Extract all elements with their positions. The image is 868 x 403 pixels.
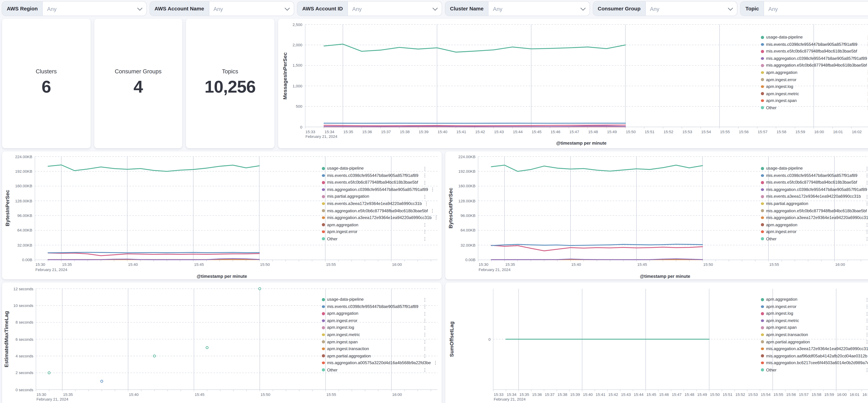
kebab-menu-icon[interactable]: ⋮ <box>433 361 438 365</box>
legend-item[interactable]: mis.aggregation.c0398cfe955447b8ae905a85… <box>761 186 868 193</box>
legend-item[interactable]: mis.events.a3eea172e9364e1ea94220a6990cc… <box>322 200 427 207</box>
legend-item[interactable]: apm.aggregation⋮ <box>761 221 868 228</box>
legend-item[interactable]: mis.aggregation.a3eea172e9364e1ea94220a6… <box>761 214 868 221</box>
filter-aws-account-name[interactable]: AWS Account Name Any <box>150 2 294 15</box>
legend-item[interactable]: mis.aggregation.aaf96ddf05ab4142afb20cd0… <box>761 352 868 360</box>
kebab-menu-icon[interactable]: ⋮ <box>866 92 868 96</box>
kebab-menu-icon[interactable]: ⋮ <box>866 106 868 110</box>
legend-item[interactable]: mis.events.c0398cfe955447b8ae905a857f91a… <box>322 172 427 179</box>
kebab-menu-icon[interactable]: ⋮ <box>866 35 868 40</box>
legend-item[interactable]: apm.ingest.span⋮ <box>761 324 868 331</box>
filter-cluster-name[interactable]: Cluster Name Any <box>445 2 589 15</box>
kebab-menu-icon[interactable]: ⋮ <box>865 230 868 234</box>
kebab-menu-icon[interactable]: ⋮ <box>423 166 427 171</box>
legend-item[interactable]: mis.events.e5fc0b6c877948fba94bc618b3bae… <box>322 179 427 186</box>
legend-item[interactable]: mis.partial.aggregation⋮ <box>322 193 427 200</box>
legend-item[interactable]: apm.partial.aggregation⋮ <box>322 352 427 360</box>
legend-item[interactable]: Other⋮ <box>761 366 868 373</box>
legend-item[interactable]: mis.events.c0398cfe955447b8ae905a857f91a… <box>761 172 868 179</box>
legend-item[interactable]: Other⋮ <box>761 104 868 111</box>
kebab-menu-icon[interactable]: ⋮ <box>865 166 868 171</box>
kebab-menu-icon[interactable]: ⋮ <box>423 297 427 302</box>
legend-item[interactable]: Other⋮ <box>322 235 427 242</box>
kebab-menu-icon[interactable]: ⋮ <box>434 215 438 220</box>
kebab-menu-icon[interactable]: ⋮ <box>865 297 868 302</box>
legend-item[interactable]: apm.ingest.metric⋮ <box>761 317 868 324</box>
legend-item[interactable]: apm.aggregation⋮ <box>322 221 427 228</box>
legend-item[interactable]: mis.aggregation.e5fc0b6c877948fba94bc618… <box>761 207 868 214</box>
legend-item[interactable]: mis.events.e5fc0b6c877948fba94bc618b3bae… <box>761 179 868 186</box>
kebab-menu-icon[interactable]: ⋮ <box>865 180 868 185</box>
legend-item[interactable]: mis.aggregation.c0398cfe955447b8ae905a85… <box>322 186 427 193</box>
legend-item[interactable]: mis.aggregation.a3eea172e9364e1ea94220a6… <box>322 214 427 221</box>
kebab-menu-icon[interactable]: ⋮ <box>423 368 427 372</box>
legend-item[interactable]: apm.ingest.span⋮ <box>322 338 427 345</box>
legend-item[interactable]: apm.aggregation⋮ <box>761 296 868 303</box>
kebab-menu-icon[interactable]: ⋮ <box>866 70 868 75</box>
legend-item[interactable]: mis.events.a3eea172e9364e1ea94220a6990cc… <box>761 193 868 200</box>
kebab-menu-icon[interactable]: ⋮ <box>424 201 429 206</box>
kebab-menu-icon[interactable]: ⋮ <box>865 333 868 337</box>
kebab-menu-icon[interactable]: ⋮ <box>423 326 427 330</box>
legend-item[interactable]: mis.events.e5fc0b6c877948fba94bc618b3bae… <box>761 48 868 55</box>
kebab-menu-icon[interactable]: ⋮ <box>423 318 427 323</box>
kebab-menu-icon[interactable]: ⋮ <box>866 85 868 89</box>
kebab-menu-icon[interactable]: ⋮ <box>865 311 868 316</box>
kebab-menu-icon[interactable]: ⋮ <box>866 99 868 103</box>
legend-item[interactable]: apm.ingest.log⋮ <box>322 324 427 331</box>
kebab-menu-icon[interactable]: ⋮ <box>423 173 427 178</box>
legend-item[interactable]: apm.ingest.error⋮ <box>761 76 868 83</box>
kebab-menu-icon[interactable]: ⋮ <box>866 77 868 82</box>
kebab-menu-icon[interactable]: ⋮ <box>865 318 868 323</box>
legend-item[interactable]: apm.ingest.metric⋮ <box>761 90 868 97</box>
legend-item[interactable]: usage-data-pipeline⋮ <box>761 34 868 41</box>
kebab-menu-icon[interactable]: ⋮ <box>865 173 868 178</box>
legend-item[interactable]: apm.ingest.transaction⋮ <box>322 345 427 352</box>
kebab-menu-icon[interactable]: ⋮ <box>423 333 427 337</box>
legend-item[interactable]: mis.aggregation.bc6217cee6f44503a6014e0b… <box>761 360 868 367</box>
legend-item[interactable]: apm.ingest.log⋮ <box>761 310 868 317</box>
legend-item[interactable]: mis.events.c0398cfe955447b8ae905a857f91a… <box>761 41 868 48</box>
legend-item[interactable]: apm.ingest.metric⋮ <box>322 331 427 338</box>
kebab-menu-icon[interactable]: ⋮ <box>865 201 868 206</box>
legend-item[interactable]: usage-data-pipeline⋮ <box>322 165 427 172</box>
kebab-menu-icon[interactable]: ⋮ <box>423 304 427 309</box>
legend-item[interactable]: apm.ingest.transaction⋮ <box>761 331 868 338</box>
kebab-menu-icon[interactable]: ⋮ <box>865 339 868 344</box>
legend-item[interactable]: mis.aggregation.e5fc0b6c877948fba94bc618… <box>322 207 427 214</box>
kebab-menu-icon[interactable]: ⋮ <box>423 223 427 227</box>
kebab-menu-icon[interactable]: ⋮ <box>423 230 427 234</box>
kebab-menu-icon[interactable]: ⋮ <box>423 237 427 241</box>
filter-topic[interactable]: Topic Any <box>741 2 868 15</box>
legend-item[interactable]: usage-data-pipeline⋮ <box>761 165 868 172</box>
kebab-menu-icon[interactable]: ⋮ <box>423 339 427 344</box>
filter-consumer-group[interactable]: Consumer Group Any <box>593 2 737 15</box>
legend-item[interactable]: apm.aggregation⋮ <box>322 310 427 317</box>
legend-item[interactable]: apm.ingest.error⋮ <box>322 228 427 235</box>
kebab-menu-icon[interactable]: ⋮ <box>423 311 427 316</box>
legend-item[interactable]: mis.aggregation.a3eea172e9364e1ea94220a6… <box>761 345 868 352</box>
kebab-menu-icon[interactable]: ⋮ <box>865 304 868 309</box>
kebab-menu-icon[interactable]: ⋮ <box>423 354 427 358</box>
kebab-menu-icon[interactable]: ⋮ <box>423 194 427 199</box>
legend-item[interactable]: apm.ingest.error⋮ <box>322 317 427 324</box>
legend-item[interactable]: mis.events.c0398cfe955447b8ae905a857f91a… <box>322 303 427 310</box>
legend-item[interactable]: mis.aggregation.a00575a3220d4d16a4b568b9… <box>322 360 427 367</box>
legend-item[interactable]: Other⋮ <box>761 235 868 242</box>
kebab-menu-icon[interactable]: ⋮ <box>865 237 868 241</box>
legend-item[interactable]: apm.ingest.error⋮ <box>761 228 868 235</box>
kebab-menu-icon[interactable]: ⋮ <box>866 49 868 54</box>
legend-item[interactable]: apm.aggregation⋮ <box>761 69 868 76</box>
legend-item[interactable]: mis.aggregation.e5fc0b6c877948fba94bc618… <box>761 62 868 69</box>
kebab-menu-icon[interactable]: ⋮ <box>865 223 868 227</box>
kebab-menu-icon[interactable]: ⋮ <box>423 180 427 185</box>
legend-item[interactable]: mis.aggregation.c0398cfe955447b8ae905a85… <box>761 55 868 62</box>
kebab-menu-icon[interactable]: ⋮ <box>865 368 868 372</box>
legend-item[interactable]: apm.ingest.log⋮ <box>761 83 868 90</box>
legend-item[interactable]: apm.partial.aggregation⋮ <box>761 338 868 345</box>
legend-item[interactable]: apm.ingest.error⋮ <box>761 303 868 310</box>
legend-item[interactable]: Other⋮ <box>322 366 427 373</box>
kebab-menu-icon[interactable]: ⋮ <box>430 208 435 213</box>
filter-aws-account-id[interactable]: AWS Account ID Any <box>298 2 442 15</box>
kebab-menu-icon[interactable]: ⋮ <box>423 347 427 351</box>
